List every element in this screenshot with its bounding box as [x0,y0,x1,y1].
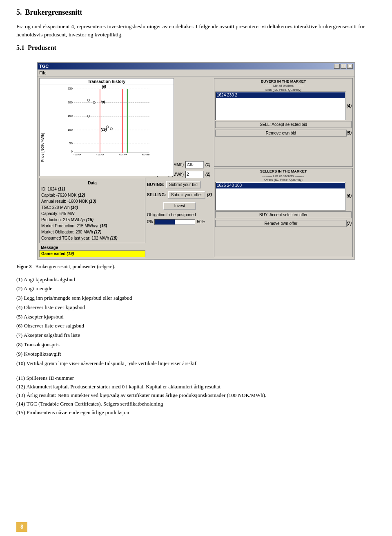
obligation-slider-row: 0% 50% [147,219,212,225]
svg-text:Jan08: Jan08 [141,153,149,155]
data-field-4: TGC: 228 MWh (14) [41,204,143,211]
message-section: Message Game exited (19) [39,245,145,257]
buy-accept-button[interactable]: BUY: Accept selected offer [215,211,352,218]
note-15: (15) Produsentens nåværende egen årlige … [16,408,376,417]
submit-bid-button[interactable]: Submit your bid [166,181,200,188]
figure-caption: Figur 3 Brukergrensesnitt, produsenter (… [16,264,376,270]
data-field-3: Annual result: -1600 NOK (13) [41,198,143,204]
figure-caption-text: Brukergrensesnitt, produsenter (selgere)… [35,264,115,269]
right-column: BUYERS IN THE MARKET --------- List of b… [214,78,353,257]
minimize-button[interactable]: _ [334,64,340,69]
sell-annotation: (5) [347,131,352,135]
obligation-end: 50% [197,220,205,224]
sellers-sub2: Offers (ID, Price, Quantity) [215,178,352,182]
buyers-list-item[interactable]: 1624 230 2 [216,92,345,98]
svg-text:150: 150 [67,114,72,118]
selling-label: SELLING: [147,193,166,197]
tgc-window: TGC _ □ ✕ File Transaction history Price… [37,62,355,260]
data-field-8: Market Obligation: 230 MWh (17) [41,229,143,235]
tgc-titlebar: TGC _ □ ✕ [38,63,354,70]
buyers-annotation: (4) [347,92,352,120]
selling-row: SELLING: Submit your offer (3) [147,191,212,199]
list-item-10: (10) Vertikal grønn linje viser nåværend… [16,359,376,368]
svg-text:250: 250 [67,87,72,90]
data-field-7: Market Production: 215 MWh/yr (16) [41,223,143,229]
invest-row: Invest [147,202,212,210]
selling-annotation: (3) [207,193,212,197]
buy-annotation: (7) [347,221,352,226]
chart-title: Transaction history [40,78,174,85]
submit-offer-button[interactable]: Submit your offer [168,191,205,199]
note-12: (12) Akkumulert kapital. Produsenter sta… [16,383,376,391]
obligation-start: 0% [147,220,153,224]
svg-point-28 [107,126,109,128]
obligation-fill [155,220,175,224]
svg-text:100: 100 [67,128,72,131]
y-axis-label: Price [NOK/MWh] [40,85,45,163]
section-title: Brukergrensesnitt [25,8,82,17]
chart-svg: 250 200 150 100 50 0 [45,85,174,155]
svg-text:Jan07: Jan07 [118,153,127,155]
tgc-main-layout: Transaction history Price [NOK/MWh] 250 … [38,76,354,259]
svg-point-19 [87,99,90,101]
close-button[interactable]: ✕ [347,64,353,69]
data-field-9: Consumed TGCs last year: 102 MWh (18) [41,235,143,241]
svg-text:(8): (8) [101,100,105,104]
file-menu[interactable]: File [39,70,47,75]
list-item-9: (9) Kvotepliktsavgift [16,350,376,359]
svg-text:200: 200 [67,100,72,104]
extra-notes-section: (11) Spillerens ID-nummer (12) Akkumuler… [16,374,376,417]
maximize-button[interactable]: □ [341,64,346,69]
remove-own-offer-button[interactable]: Remove own offer [215,220,347,227]
buyers-panel: BUYERS IN THE MARKET --------- List of b… [214,78,353,167]
data-field-1: ID: 1624 (11) [41,186,143,192]
list-item-3: (3) Legg inn pris/mengde som kjøpsbud el… [16,294,376,303]
left-column: Transaction history Price [NOK/MWh] 250 … [39,78,145,257]
numbered-list-section: (1) Angi kjøpsbud/salgsbud (2) Angi meng… [16,276,376,368]
remove-own-bid-button[interactable]: Remove own bid [215,130,347,137]
tgc-window-title: TGC [39,64,49,69]
buyers-list-area: 1624 230 2 (4) [215,92,352,120]
qty-annotation: (2) [205,172,210,177]
list-item-4: (4) Observer liste over kjøpsbud [16,303,376,312]
message-panel: Game exited (19) [39,250,145,257]
buying-label: BUYING: [147,182,164,187]
buyers-sub2: Bids (ID, Price, Quantity) [215,88,352,92]
obligation-row: Obligation to be postponed [147,213,212,217]
sellers-list-area: 1625 240 100 (6) [215,182,352,211]
note-13: (13) Årlig resultat: Netto inntekter ved… [16,391,376,400]
buyers-list[interactable]: 1624 230 2 [215,92,346,120]
data-field-6: Production: 215 MWh/yr (15) [41,217,143,223]
sellers-list-item[interactable]: 1625 240 100 [216,183,345,188]
data-field-5: Capacity: 645 MW [41,211,143,217]
svg-text:0: 0 [71,150,73,153]
data-panel: Data ID: 1624 (11) Capital: -7620 NOK (1… [39,178,145,243]
svg-text:Jan06: Jan06 [96,153,104,155]
data-title: Data [41,180,143,186]
subsection-number: 5.1 [16,44,24,52]
qty-input[interactable] [185,171,204,178]
list-item-8: (8) Transaksjonspris [16,341,376,349]
sellers-annotation: (6) [347,182,352,211]
sellers-list[interactable]: 1625 240 100 [215,182,346,211]
data-field-2: Capital: -7620 NOK (12) [41,192,143,198]
tgc-titlebar-buttons: _ □ ✕ [334,64,353,69]
message-annotation: (19) [67,251,74,256]
price-input[interactable] [185,161,204,168]
intro-paragraph: Fra og med eksperiment 4, representeres … [16,22,376,39]
invest-button[interactable]: Invest [163,202,196,210]
obligation-label: Obligation to be postponed [147,213,196,217]
buyers-remove-row: Remove own bid (5) [215,129,352,137]
obligation-progress[interactable] [154,219,195,225]
sell-accept-button[interactable]: SELL: Accept selected bid [215,121,352,128]
svg-text:50: 50 [69,141,73,145]
message-label: Message [39,245,145,250]
message-text: Game exited [41,251,65,256]
chart-content: Price [NOK/MWh] 250 200 150 100 50 0 [40,85,174,163]
subsection-title: Produsent [28,44,56,52]
list-item-5: (5) Aksepter kjøpsbud [16,313,376,321]
note-14: (14) TGC (Tradable Green Certificates). … [16,400,376,408]
list-item-6: (6) Observer liste over salgsbud [16,322,376,330]
price-annotation: (1) [205,162,210,167]
list-item-2: (2) Angi mengde [16,285,376,293]
